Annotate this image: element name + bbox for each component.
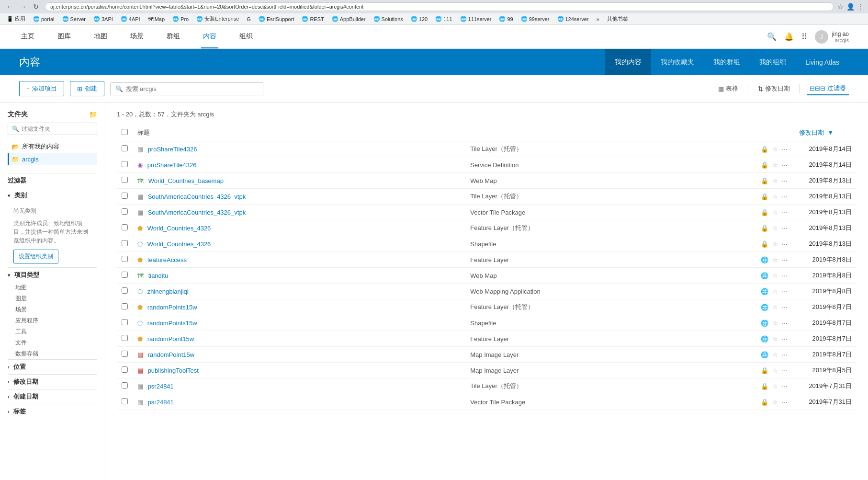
more-icon-3[interactable]: ···	[782, 193, 788, 200]
bookmark-pro[interactable]: 🌐 Pro	[169, 15, 192, 23]
search-icon[interactable]: 🔍	[767, 32, 777, 41]
browser-nav[interactable]: ← → ↻	[4, 2, 41, 11]
tab-my-groups[interactable]: 我的群组	[704, 49, 750, 75]
star-icon-6[interactable]: ☆	[772, 240, 778, 248]
item-link-16[interactable]: psr24841	[148, 399, 174, 406]
search-box[interactable]: 🔍	[110, 82, 263, 95]
create-button[interactable]: ⊞ 创建	[70, 81, 104, 96]
item-link-12[interactable]: randomPoint15w	[147, 335, 194, 343]
row-checkbox-4[interactable]	[122, 208, 128, 215]
col-header-date[interactable]: 修改日期 ▼	[794, 125, 857, 141]
item-link-15[interactable]: psr24841	[148, 383, 174, 390]
bookmark-120[interactable]: 🌐 120	[408, 15, 430, 23]
item-link-0[interactable]: proShareTile4326	[148, 146, 197, 153]
row-checkbox-16[interactable]	[122, 398, 128, 404]
more-icon-15[interactable]: ···	[782, 382, 788, 390]
more-icon-5[interactable]: ···	[782, 224, 788, 232]
row-checkbox-7[interactable]	[122, 256, 128, 262]
bookmark-enterprise[interactable]: 🌐 安装Enterprise	[193, 14, 242, 23]
bookmark-rest[interactable]: 🌐 REST	[299, 15, 327, 23]
item-link-11[interactable]: randomPoints15w	[147, 320, 197, 327]
item-link-5[interactable]: World_Countries_4326	[147, 225, 211, 232]
set-category-button[interactable]: 设置组织类别	[13, 250, 58, 263]
star-icon-2[interactable]: ☆	[772, 177, 778, 184]
bookmark-4api[interactable]: 🌐 4API	[118, 15, 143, 23]
row-checkbox-10[interactable]	[122, 303, 128, 309]
bookmark-map[interactable]: 🗺 Map	[145, 15, 168, 23]
user-profile[interactable]: J jing ao arcgis	[815, 30, 849, 44]
filter-apps[interactable]: 应用程序	[8, 315, 97, 326]
more-icon-2[interactable]: ···	[782, 177, 788, 184]
more-icon-1[interactable]: ···	[782, 161, 788, 169]
row-checkbox-13[interactable]	[122, 351, 128, 357]
row-checkbox-2[interactable]	[122, 177, 128, 183]
tab-living-atlas[interactable]: Living Atlas	[796, 49, 849, 75]
more-icon-4[interactable]: ···	[782, 208, 788, 216]
bookmark-esrisupport[interactable]: 🌐 EsriSupport	[256, 15, 297, 23]
folder-filter-input[interactable]	[22, 126, 93, 132]
item-link-10[interactable]: randomPoints15w	[147, 304, 197, 311]
more-icon-7[interactable]: ···	[782, 256, 788, 263]
item-link-8[interactable]: tianditu	[148, 272, 169, 279]
select-all-checkbox[interactable]	[122, 129, 128, 135]
more-icon-11[interactable]: ···	[782, 319, 788, 327]
filter-datastorage[interactable]: 数据存储	[8, 348, 97, 359]
tab-my-content[interactable]: 我的内容	[605, 49, 651, 75]
star-icon-15[interactable]: ☆	[772, 383, 778, 390]
row-checkbox-5[interactable]	[122, 224, 128, 230]
row-checkbox-1[interactable]	[122, 161, 128, 167]
more-icon-6[interactable]: ···	[782, 240, 788, 248]
item-link-9[interactable]: zhinengbianjiqi	[147, 288, 189, 295]
star-icon-11[interactable]: ☆	[772, 320, 778, 327]
notification-icon[interactable]: 🔔	[784, 32, 794, 41]
bookmark-111server[interactable]: 🌐 111server	[457, 15, 495, 23]
tab-my-org[interactable]: 我的组织	[750, 49, 796, 75]
star-icon-5[interactable]: ☆	[772, 225, 778, 232]
star-icon-4[interactable]: ☆	[772, 209, 778, 216]
add-item-button[interactable]: ↑ 添加项目	[19, 81, 64, 96]
more-icon-10[interactable]: ···	[782, 303, 788, 311]
bookmark-99[interactable]: 🌐 99	[496, 15, 516, 23]
nav-scene[interactable]: 场景	[128, 25, 146, 48]
modified-date-header[interactable]: › 修改日期	[8, 374, 97, 389]
apps-grid-icon[interactable]: ⠿	[801, 32, 807, 41]
bookmark-server[interactable]: 🌐 Server	[59, 15, 89, 23]
filter-tools[interactable]: 工具	[8, 326, 97, 337]
star-icon-16[interactable]: ☆	[772, 399, 778, 406]
forward-button[interactable]: →	[17, 2, 29, 11]
nav-groups[interactable]: 群组	[165, 25, 182, 48]
created-date-header[interactable]: › 创建日期	[8, 389, 97, 404]
bookmark-3api[interactable]: 🌐 3API	[90, 15, 116, 23]
other-bookmarks[interactable]: 其他书签	[604, 14, 631, 23]
item-link-6[interactable]: World_Countries_4326	[147, 240, 211, 248]
reload-button[interactable]: ↻	[31, 2, 41, 11]
bookmark-124server[interactable]: 🌐 124server	[554, 15, 592, 23]
bookmark-apps[interactable]: 📱 应用	[4, 14, 28, 23]
more-icon-16[interactable]: ···	[782, 398, 788, 406]
filter-maps[interactable]: 地图	[8, 282, 97, 293]
bookmark-111[interactable]: 🌐 111	[432, 15, 455, 23]
filter-files[interactable]: 文件	[8, 337, 97, 348]
item-type-header[interactable]: ▾ 项目类型	[8, 267, 97, 282]
more-icon-12[interactable]: ···	[782, 335, 788, 343]
star-icon-3[interactable]: ☆	[772, 193, 778, 200]
modified-date-button[interactable]: ⇅ 修改日期	[755, 82, 793, 95]
item-link-4[interactable]: SouthAmericaCountries_4326_vtpk	[148, 209, 246, 216]
nav-content[interactable]: 内容	[201, 25, 218, 48]
folder-filter-box[interactable]: 🔍	[8, 123, 97, 135]
filter-button[interactable]: ⊟⊟⊟ 过滤器	[807, 82, 849, 95]
bookmark-g[interactable]: G	[244, 15, 254, 23]
nav-map[interactable]: 地图	[92, 25, 109, 48]
bookmarks-overflow[interactable]: »	[593, 15, 602, 23]
item-link-3[interactable]: SouthAmericaCountries_4326_vtpk	[148, 193, 246, 200]
more-icon-8[interactable]: ···	[782, 272, 788, 279]
filter-layers[interactable]: 图层	[8, 293, 97, 304]
row-checkbox-6[interactable]	[122, 240, 128, 246]
more-icon-13[interactable]: ···	[782, 351, 788, 358]
bookmark-portal[interactable]: 🌐 portal	[30, 15, 57, 23]
more-icon-0[interactable]: ···	[782, 145, 788, 153]
menu-icon[interactable]: ⋮	[857, 3, 864, 11]
tab-favorites[interactable]: 我的收藏夹	[651, 49, 704, 75]
bookmark-99server[interactable]: 🌐 99server	[518, 15, 552, 23]
filter-scenes[interactable]: 场景	[8, 304, 97, 315]
